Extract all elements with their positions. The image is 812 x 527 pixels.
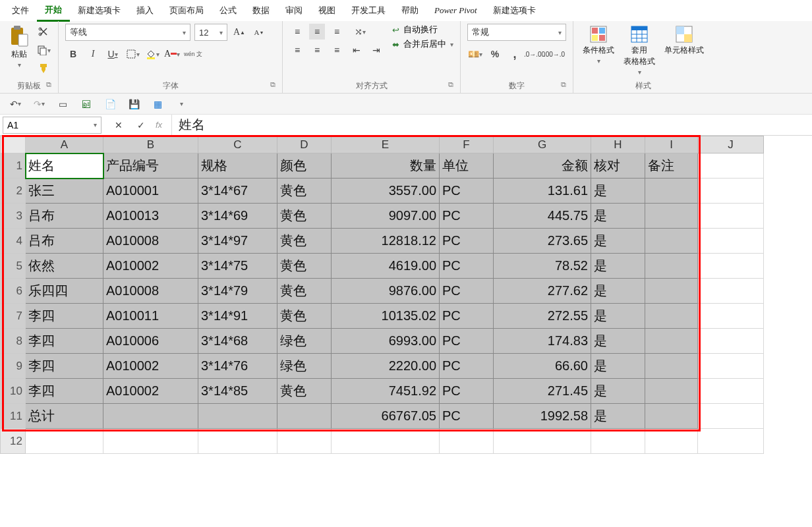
border-button[interactable]: ▾ bbox=[125, 46, 140, 62]
align-middle-button[interactable]: ≡ bbox=[309, 24, 325, 40]
col-header-B[interactable]: B bbox=[103, 136, 198, 153]
cell-A6[interactable]: 乐四四 bbox=[26, 279, 103, 304]
cell-C5[interactable]: 3*14*75 bbox=[198, 254, 277, 279]
align-right-button[interactable]: ≡ bbox=[329, 42, 345, 58]
menu-tab-7[interactable]: 审阅 bbox=[277, 1, 310, 20]
decrease-indent-button[interactable]: ⇤ bbox=[349, 42, 364, 58]
cell-J1[interactable] bbox=[698, 153, 764, 179]
cell-I12[interactable] bbox=[645, 429, 698, 454]
cell-G3[interactable]: 445.75 bbox=[494, 204, 591, 229]
cell-H6[interactable]: 是 bbox=[591, 279, 645, 304]
cell-A1[interactable]: 姓名 bbox=[26, 153, 103, 179]
row-header-2[interactable]: 2 bbox=[1, 179, 26, 204]
font-name-select[interactable]: 等线▾ bbox=[65, 24, 190, 41]
cell-J10[interactable] bbox=[698, 379, 764, 404]
row-header-9[interactable]: 9 bbox=[1, 354, 26, 379]
italic-button[interactable]: I bbox=[85, 46, 101, 62]
qat-icon-3[interactable]: 📄 bbox=[102, 96, 119, 113]
cell-G7[interactable]: 272.55 bbox=[494, 304, 591, 329]
col-header-C[interactable]: C bbox=[198, 136, 277, 153]
underline-button[interactable]: U▾ bbox=[105, 46, 121, 62]
cell-H12[interactable] bbox=[591, 429, 645, 454]
cancel-formula-button[interactable]: ✕ bbox=[111, 117, 127, 133]
cell-C9[interactable]: 3*14*76 bbox=[198, 354, 277, 379]
cell-H11[interactable]: 是 bbox=[591, 404, 645, 429]
font-color-button[interactable]: A▾ bbox=[164, 46, 180, 62]
cell-J6[interactable] bbox=[698, 279, 764, 304]
cell-A10[interactable]: 李四 bbox=[26, 379, 103, 404]
paste-button[interactable]: 粘贴 ▾ bbox=[7, 24, 32, 70]
menu-tab-5[interactable]: 公式 bbox=[212, 1, 245, 20]
col-header-H[interactable]: H bbox=[591, 136, 645, 153]
cell-E12[interactable] bbox=[332, 429, 440, 454]
cell-C6[interactable]: 3*14*79 bbox=[198, 279, 277, 304]
merge-center-button[interactable]: ⬌合并后居中▾ bbox=[392, 38, 453, 50]
cell-J7[interactable] bbox=[698, 304, 764, 329]
cell-C3[interactable]: 3*14*69 bbox=[198, 204, 277, 229]
row-header-7[interactable]: 7 bbox=[1, 304, 26, 329]
cell-I7[interactable] bbox=[645, 304, 698, 329]
cell-G1[interactable]: 金额 bbox=[494, 153, 591, 179]
cell-C11[interactable] bbox=[198, 404, 277, 429]
qat-grid-button[interactable]: ▦ bbox=[149, 96, 166, 113]
menu-tab-9[interactable]: 开发工具 bbox=[343, 1, 393, 20]
cell-J5[interactable] bbox=[698, 254, 764, 279]
cell-E4[interactable]: 12818.12 bbox=[332, 229, 440, 254]
cell-G10[interactable]: 271.45 bbox=[494, 379, 591, 404]
cell-G9[interactable]: 66.60 bbox=[494, 354, 591, 379]
cell-A5[interactable]: 依然 bbox=[26, 254, 103, 279]
increase-font-button[interactable]: A▲ bbox=[231, 24, 247, 40]
cell-B9[interactable]: A010002 bbox=[103, 354, 198, 379]
cell-A12[interactable] bbox=[26, 429, 103, 454]
row-header-1[interactable]: 1 bbox=[1, 153, 26, 179]
cell-C10[interactable]: 3*14*85 bbox=[198, 379, 277, 404]
menu-tab-6[interactable]: 数据 bbox=[245, 1, 277, 20]
cell-D1[interactable]: 颜色 bbox=[277, 153, 332, 179]
cell-F11[interactable]: PC bbox=[440, 404, 494, 429]
cell-F4[interactable]: PC bbox=[440, 229, 494, 254]
cell-H7[interactable]: 是 bbox=[591, 304, 645, 329]
cell-G12[interactable] bbox=[494, 429, 591, 454]
menu-tab-11[interactable]: Power Pivot bbox=[426, 1, 485, 20]
cell-B11[interactable] bbox=[103, 404, 198, 429]
save-button[interactable]: 💾 bbox=[125, 96, 142, 113]
cell-D5[interactable]: 黄色 bbox=[277, 254, 332, 279]
cell-B7[interactable]: A010011 bbox=[103, 304, 198, 329]
align-top-button[interactable]: ≡ bbox=[289, 24, 305, 40]
qat-icon-1[interactable]: ▭ bbox=[54, 96, 71, 113]
cell-E1[interactable]: 数量 bbox=[332, 153, 440, 179]
increase-decimal-button[interactable]: .0→.00 bbox=[527, 46, 542, 62]
cell-styles-button[interactable]: 单元格样式 bbox=[662, 24, 707, 57]
cell-I8[interactable] bbox=[645, 329, 698, 354]
cell-F5[interactable]: PC bbox=[440, 254, 494, 279]
cell-J9[interactable] bbox=[698, 354, 764, 379]
cell-H4[interactable]: 是 bbox=[591, 229, 645, 254]
fx-icon[interactable]: fx bbox=[156, 120, 162, 130]
percent-button[interactable]: % bbox=[487, 46, 503, 62]
row-header-12[interactable]: 12 bbox=[1, 429, 26, 454]
cell-F7[interactable]: PC bbox=[440, 304, 494, 329]
cell-H3[interactable]: 是 bbox=[591, 204, 645, 229]
cell-B10[interactable]: A010002 bbox=[103, 379, 198, 404]
row-header-8[interactable]: 8 bbox=[1, 329, 26, 354]
cell-H9[interactable]: 是 bbox=[591, 354, 645, 379]
cut-button[interactable] bbox=[36, 24, 51, 40]
redo-button[interactable]: ↷▾ bbox=[30, 96, 47, 113]
cell-B12[interactable] bbox=[103, 429, 198, 454]
cell-J2[interactable] bbox=[698, 179, 764, 204]
cell-B5[interactable]: A010002 bbox=[103, 254, 198, 279]
accept-formula-button[interactable]: ✓ bbox=[133, 117, 149, 133]
fill-color-button[interactable]: ▾ bbox=[144, 46, 160, 62]
cell-J12[interactable] bbox=[698, 429, 764, 454]
cell-A7[interactable]: 李四 bbox=[26, 304, 103, 329]
cell-E3[interactable]: 9097.00 bbox=[332, 204, 440, 229]
font-size-select[interactable]: 12▾ bbox=[194, 24, 227, 41]
phonetic-button[interactable]: wén 文 bbox=[184, 46, 202, 62]
number-format-select[interactable]: 常规▾ bbox=[467, 24, 566, 41]
menu-tab-12[interactable]: 新建选项卡 bbox=[485, 1, 544, 20]
cell-A11[interactable]: 总计 bbox=[26, 404, 103, 429]
cell-G8[interactable]: 174.83 bbox=[494, 329, 591, 354]
cell-I1[interactable]: 备注 bbox=[645, 153, 698, 179]
cell-B6[interactable]: A010008 bbox=[103, 279, 198, 304]
decrease-decimal-button[interactable]: .00→.0 bbox=[546, 46, 562, 62]
